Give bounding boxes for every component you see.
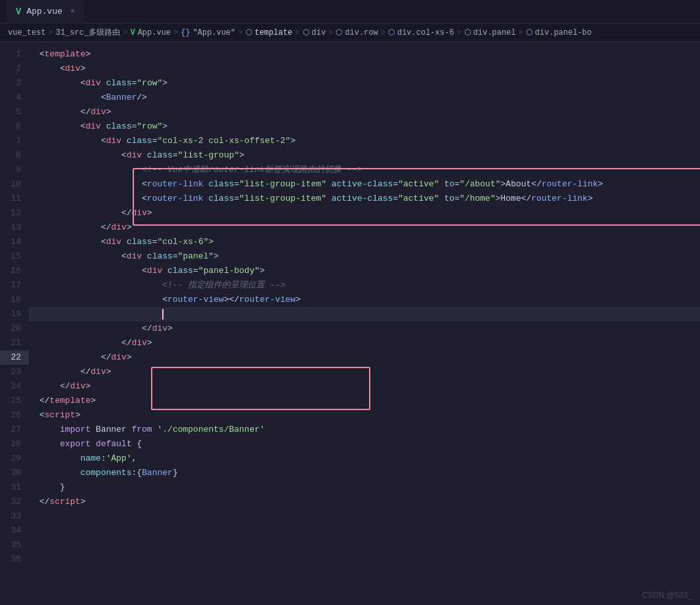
- breadcrumb-divrow: div.row: [345, 28, 378, 37]
- code-line: </div>: [29, 322, 700, 336]
- code-line: <div class="col-xs-6">: [29, 235, 700, 249]
- code-line: <div class="row">: [29, 119, 700, 134]
- code-line: <div class="list-group">: [29, 148, 700, 163]
- code-line: <Banner/>: [29, 91, 700, 105]
- breadcrumb-obj-icon: {}: [181, 28, 190, 37]
- code-line: </div>: [29, 220, 700, 235]
- breadcrumb-panel: div.panel: [473, 28, 516, 37]
- code-line: </script>: [29, 495, 700, 509]
- code-line: </div>: [29, 336, 700, 350]
- code-line: <script>: [29, 408, 700, 423]
- tab-close-button[interactable]: ×: [70, 7, 75, 16]
- code-line: export default {: [29, 437, 700, 451]
- breadcrumb-panelbody: div.panel-bo: [535, 28, 592, 37]
- code-line: import Banner from './components/Banner': [29, 423, 700, 437]
- code-line: </div>: [29, 350, 700, 365]
- breadcrumb-template-icon: ⬡: [246, 28, 252, 37]
- breadcrumb-file: App.vue: [138, 28, 171, 37]
- line-numbers: 1234567891011121314151617181920212223242…: [0, 42, 29, 605]
- title-bar: V App.vue ×: [0, 0, 700, 24]
- breadcrumb-colxs6-icon: ⬡: [388, 28, 395, 37]
- tab-filename: App.vue: [26, 7, 62, 16]
- vue-icon: V: [16, 7, 21, 17]
- code-line: <!-- 指定组件的呈现位置 -->: [29, 278, 700, 293]
- breadcrumb-colxs6: div.col-xs-6: [397, 28, 454, 37]
- breadcrumb-folder: vue_test: [8, 28, 46, 37]
- code-line: </div>: [29, 206, 700, 220]
- code-line: <template>: [29, 47, 700, 62]
- breadcrumb-folder2: 31_src_多级路由: [56, 27, 120, 38]
- code-line: <div>: [29, 62, 700, 76]
- breadcrumb-template: template: [255, 28, 293, 37]
- code-line: <router-link class="list-group-item" act…: [29, 177, 700, 192]
- breadcrumb-vue-icon: V: [130, 28, 135, 37]
- text-cursor: [162, 309, 164, 320]
- code-line: }: [29, 480, 700, 495]
- breadcrumb-div-icon: ⬡: [303, 28, 309, 37]
- code-line: <router-view></router-view>: [29, 293, 700, 307]
- code-line: <div class="row">: [29, 76, 700, 91]
- code-line: components:{Banner}: [29, 466, 700, 480]
- code-line: name:'App',: [29, 451, 700, 466]
- watermark: CSDN @533_: [642, 591, 692, 600]
- code-line: </div>: [29, 379, 700, 394]
- code-line: <router-link class="list-group-item" act…: [29, 192, 700, 206]
- code-line: </template>: [29, 394, 700, 408]
- code-area[interactable]: <template> <div> <div class="row"> <Bann…: [29, 42, 700, 605]
- editor: 1234567891011121314151617181920212223242…: [0, 42, 700, 605]
- code-line: <div class="panel">: [29, 249, 700, 264]
- breadcrumb-divrow-icon: ⬡: [336, 28, 342, 37]
- breadcrumb-panelbody-icon: ⬡: [526, 28, 533, 37]
- breadcrumb-panel-icon: ⬡: [464, 28, 471, 37]
- breadcrumb-app: "App.vue": [193, 28, 236, 37]
- code-line: </div>: [29, 105, 700, 119]
- file-tab[interactable]: V App.vue ×: [7, 0, 84, 24]
- code-line: <div class="col-xs-2 col-xs-offset-2">: [29, 134, 700, 148]
- code-line: <div class="panel-body">: [29, 264, 700, 278]
- code-line: <!-- Vue中借助router-link标签实现路由的切换 -->: [29, 163, 700, 177]
- code-line: [29, 307, 700, 322]
- breadcrumb-div: div: [312, 28, 326, 37]
- breadcrumb: vue_test > 31_src_多级路由 > V App.vue > {} …: [0, 24, 700, 42]
- code-line: </div>: [29, 365, 700, 379]
